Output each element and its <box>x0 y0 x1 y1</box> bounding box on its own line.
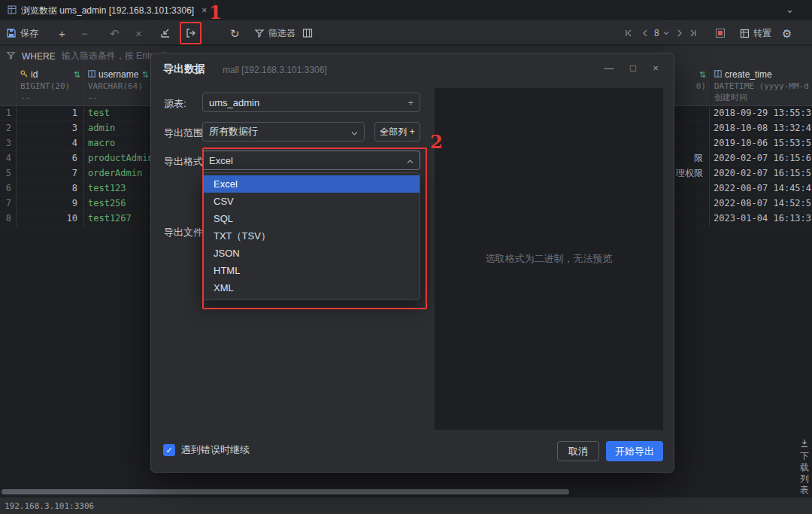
funnel-icon <box>254 28 265 38</box>
column-header-id[interactable]: id ⇅ BIGINT(20) -- <box>17 66 83 106</box>
import-data-button[interactable] <box>159 21 171 45</box>
cell-username[interactable]: test <box>84 106 150 121</box>
row-number-column: 1 2 3 4 5 6 7 8 <box>0 66 17 227</box>
add-table-icon[interactable]: + <box>408 97 414 108</box>
cell-create-time[interactable]: 2018-09-29 13:55:3 <box>710 106 812 121</box>
row-number[interactable]: 4 <box>0 151 16 166</box>
cell-create-time[interactable]: 2020-02-07 16:15:6 <box>710 151 812 166</box>
next-page-button[interactable] <box>675 21 684 45</box>
cell-id[interactable]: 1 <box>17 106 83 121</box>
cell-note[interactable] <box>674 211 709 227</box>
tab-close-icon[interactable]: × <box>201 5 207 16</box>
cell-create-time[interactable]: 2022-08-07 14:52:5 <box>710 196 812 211</box>
first-page-icon <box>624 29 633 38</box>
page-size-select[interactable]: 8 <box>654 21 669 45</box>
cell-note[interactable]: 限 <box>674 151 709 166</box>
cell-username[interactable]: macro <box>84 136 150 151</box>
cell-note[interactable] <box>674 121 709 136</box>
column-header-note-partial[interactable]: ⇅ 0) <box>674 66 709 106</box>
last-page-button[interactable] <box>689 21 698 45</box>
tab-browse-data[interactable]: 浏览数据 ums_admin [192.168.3.101:3306] × <box>0 0 215 21</box>
prev-page-button[interactable] <box>641 21 650 45</box>
sort-icon[interactable]: ⇅ <box>141 70 148 80</box>
cell-username[interactable]: test256 <box>84 196 150 211</box>
sort-icon[interactable]: ⇅ <box>74 70 80 80</box>
download-list-toolbutton[interactable]: 下 载 列 表 <box>798 439 811 495</box>
cell-id[interactable]: 3 <box>17 121 83 136</box>
column-create-time: create_time DATETIME (yyyy-MM-d 创建时间 201… <box>710 66 812 227</box>
close-icon[interactable]: × <box>647 61 664 76</box>
cell-create-time[interactable]: 2019-10-06 15:53:5 <box>710 136 812 151</box>
annotation-box-step2 <box>202 148 427 309</box>
delete-row-button[interactable]: − <box>81 21 88 45</box>
horizontal-scrollbar[interactable] <box>2 489 569 494</box>
start-export-button[interactable]: 开始导出 <box>606 441 663 461</box>
annotation-box-step1 <box>180 22 201 44</box>
sort-icon[interactable]: ⇅ <box>699 70 706 80</box>
row-number[interactable]: 6 <box>0 181 16 196</box>
filter-button[interactable]: 筛选器 <box>254 21 295 45</box>
transpose-button[interactable]: 转置 <box>740 21 771 45</box>
cell-note[interactable]: 理权限 <box>674 166 709 181</box>
row-number[interactable]: 3 <box>0 136 16 151</box>
minimize-icon[interactable]: — <box>601 61 617 76</box>
continue-on-error-checkbox[interactable]: ✓ <box>163 444 175 456</box>
row-number[interactable]: 7 <box>0 196 16 211</box>
cell-note[interactable] <box>674 106 709 121</box>
column-note-partial: ⇅ 0) 限 理权限 <box>674 66 710 227</box>
row-number[interactable]: 1 <box>0 106 16 121</box>
cancel-button[interactable]: 取消 <box>557 441 599 461</box>
cell-id[interactable]: 8 <box>17 181 83 196</box>
settings-button[interactable]: ⚙ <box>782 21 792 45</box>
source-table-input[interactable]: ums_admin + <box>202 93 420 112</box>
cell-id[interactable]: 9 <box>17 196 83 211</box>
stop-icon <box>716 29 725 38</box>
column-view-button[interactable] <box>302 21 313 45</box>
cell-note[interactable] <box>674 196 709 211</box>
cell-username[interactable]: admin <box>84 121 150 136</box>
cell-username[interactable]: productAdmin <box>84 151 150 166</box>
preview-panel: 选取格式为二进制，无法预览 <box>435 88 663 430</box>
cell-create-time[interactable]: 2022-08-07 14:45:4 <box>710 181 812 196</box>
cell-username[interactable]: test123 <box>84 181 150 196</box>
key-icon <box>20 69 28 80</box>
cell-id[interactable]: 4 <box>17 136 83 151</box>
chevron-down-icon <box>351 126 358 138</box>
cell-note[interactable] <box>674 181 709 196</box>
maximize-icon[interactable]: □ <box>625 61 641 76</box>
annotation-digit-2: 2 <box>430 133 443 151</box>
cell-create-time[interactable]: 2020-02-07 16:15:5 <box>710 166 812 181</box>
cell-create-time[interactable]: 2018-10-08 13:32:4 <box>710 121 812 136</box>
cell-create-time[interactable]: 2023-01-04 16:13:3 <box>710 211 812 227</box>
tab-list-chevron-icon[interactable]: ⌄ <box>786 4 794 15</box>
column-icon <box>88 69 95 80</box>
connection-address: 192.168.3.101:3306 <box>5 501 94 511</box>
cell-note[interactable] <box>674 136 709 151</box>
undo-button[interactable]: ↶ <box>110 21 120 45</box>
save-button[interactable]: 保存 <box>6 21 38 45</box>
column-header-create-time[interactable]: create_time DATETIME (yyyy-MM-d 创建时间 <box>710 66 812 106</box>
first-page-button[interactable] <box>624 21 633 45</box>
transpose-icon <box>740 29 750 38</box>
cell-id[interactable]: 7 <box>17 166 83 181</box>
all-columns-button[interactable]: 全部列 + <box>374 122 420 141</box>
refresh-button[interactable]: ↻ <box>230 21 240 45</box>
column-header-username[interactable]: username ⇅ VARCHAR(64) -- <box>84 66 150 106</box>
cell-username[interactable]: orderAdmin <box>84 166 150 181</box>
add-row-button[interactable]: + <box>59 21 65 45</box>
cell-id[interactable]: 6 <box>17 151 83 166</box>
cell-username[interactable]: test1267 <box>84 211 150 227</box>
tab-title: 浏览数据 ums_admin [192.168.3.101:3306] <box>21 5 194 17</box>
stop-loading-button[interactable] <box>716 21 725 45</box>
table-grid-icon <box>8 5 17 17</box>
revert-button[interactable]: × <box>135 21 142 45</box>
status-bar: 192.168.3.101:3306 <box>0 497 812 514</box>
cell-id[interactable]: 10 <box>17 211 83 227</box>
row-number[interactable]: 2 <box>0 121 16 136</box>
row-number[interactable]: 8 <box>0 211 16 227</box>
row-number[interactable]: 5 <box>0 166 16 181</box>
export-range-select[interactable]: 所有数据行 <box>202 122 365 141</box>
chevron-down-icon <box>663 31 669 35</box>
where-keyword: WHERE <box>22 51 56 62</box>
save-icon <box>6 28 17 38</box>
